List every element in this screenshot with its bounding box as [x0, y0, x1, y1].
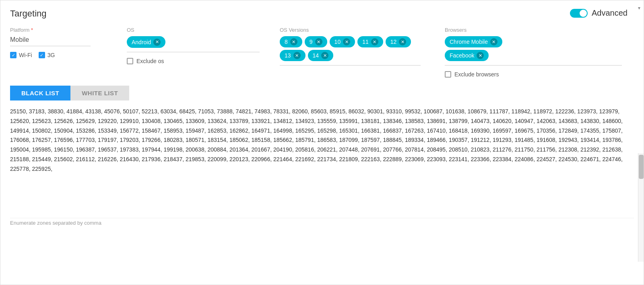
os-tag-android: Android ✕	[127, 36, 165, 48]
os-version-tag-12-close[interactable]: ✕	[399, 38, 406, 45]
os-version-tag-12: 12 ✕	[386, 36, 411, 47]
zones-text[interactable]: 25150, 37183, 38830, 41884, 43138, 45076…	[10, 107, 634, 215]
os-version-tag-11: 11 ✕	[357, 36, 383, 47]
exclude-os-checkbox[interactable]	[127, 58, 133, 64]
targeting-row: Platform * Mobile ✓ Wi-Fi ✓ 3G OS Androi	[10, 27, 634, 78]
os-version-tag-11-text: 11	[362, 39, 369, 45]
os-version-tag-9-text: 9	[310, 39, 313, 45]
advanced-toggle-area: Advanced	[570, 8, 627, 18]
zones-note: Enumerate zones separated by comma	[10, 218, 634, 226]
browsers-section: Browsers Chrome Mobile ✕ Facebook ✕	[433, 27, 634, 78]
white-list-tab[interactable]: WHITE LIST	[70, 86, 129, 100]
exclude-browsers-row: Exclude browsers	[445, 71, 622, 78]
page-container: ▾ Targeting Advanced Platform * Mobile ✓…	[0, 0, 644, 285]
browser-tag-chrome-mobile: Chrome Mobile ✕	[445, 36, 502, 47]
list-tabs: BLACK LIST WHITE LIST	[10, 86, 634, 100]
platform-section: Platform * Mobile ✓ Wi-Fi ✓ 3G	[10, 27, 119, 58]
os-version-tag-14-text: 14	[313, 52, 319, 59]
browsers-label: Browsers	[445, 27, 622, 33]
os-section: OS Android ✕ Exclude os	[119, 27, 272, 64]
os-tags-container: Android ✕	[127, 36, 260, 52]
os-version-tag-9: 9 ✕	[305, 36, 327, 47]
platform-label: Platform *	[10, 27, 107, 33]
os-version-tag-9-close[interactable]: ✕	[315, 38, 322, 45]
os-version-tag-10-close[interactable]: ✕	[343, 38, 350, 45]
wifi-checkbox[interactable]: ✓	[10, 52, 17, 58]
os-tag-android-text: Android	[132, 39, 151, 45]
connection-type-row: ✓ Wi-Fi ✓ 3G	[10, 52, 107, 58]
os-version-tag-13-text: 13	[285, 52, 291, 59]
os-version-tag-13: 13 ✕	[280, 50, 305, 61]
3g-label: 3G	[47, 52, 55, 58]
platform-value[interactable]: Mobile	[10, 36, 91, 46]
os-version-tag-11-close[interactable]: ✕	[371, 38, 378, 45]
black-list-tab[interactable]: BLACK LIST	[10, 86, 70, 100]
os-version-tag-12-text: 12	[390, 39, 397, 45]
os-version-tag-8-close[interactable]: ✕	[290, 38, 297, 45]
advanced-toggle[interactable]	[570, 9, 588, 18]
os-versions-tags-container: 8 ✕ 9 ✕ 10 ✕ 11 ✕ 12 ✕	[280, 36, 421, 66]
scrollbar-thumb[interactable]	[639, 155, 644, 179]
browsers-row-1: Chrome Mobile ✕	[445, 36, 622, 47]
required-marker: *	[31, 27, 33, 33]
os-tag-android-close[interactable]: ✕	[153, 39, 161, 46]
os-version-tag-10-text: 10	[334, 39, 341, 45]
3g-checkbox-item[interactable]: ✓ 3G	[39, 52, 55, 58]
browsers-tags-container: Chrome Mobile ✕ Facebook ✕	[445, 36, 622, 66]
browsers-row-2: Facebook ✕	[445, 50, 622, 61]
os-version-tag-8-text: 8	[285, 39, 288, 45]
os-version-tag-14: 14 ✕	[308, 50, 334, 61]
exclude-browsers-label: Exclude browsers	[454, 71, 499, 78]
browser-tag-facebook: Facebook ✕	[445, 50, 489, 61]
os-label: OS	[127, 27, 260, 33]
browser-tag-facebook-close[interactable]: ✕	[477, 52, 484, 59]
wifi-checkbox-item[interactable]: ✓ Wi-Fi	[10, 52, 32, 58]
os-version-tag-8: 8 ✕	[280, 36, 302, 47]
page-title: Targeting	[10, 8, 634, 19]
os-versions-section: OS Versions 8 ✕ 9 ✕ 10 ✕ 11 ✕	[272, 27, 433, 70]
advanced-label: Advanced	[592, 8, 627, 18]
exclude-browsers-checkbox[interactable]	[445, 71, 451, 78]
browser-tag-facebook-text: Facebook	[450, 52, 474, 59]
exclude-os-label: Exclude os	[136, 58, 164, 64]
scrollbar[interactable]	[638, 153, 644, 262]
os-version-tag-14-close[interactable]: ✕	[321, 52, 328, 59]
dropdown-arrow-icon[interactable]: ▾	[638, 5, 640, 11]
os-versions-label: OS Versions	[280, 27, 421, 33]
browser-tag-chrome-mobile-text: Chrome Mobile	[450, 39, 488, 45]
os-version-tag-13-close[interactable]: ✕	[293, 52, 301, 59]
os-version-tag-10: 10 ✕	[330, 36, 355, 47]
browser-tag-chrome-mobile-close[interactable]: ✕	[490, 38, 497, 45]
exclude-os-row: Exclude os	[127, 58, 260, 64]
wifi-label: Wi-Fi	[19, 52, 32, 58]
3g-checkbox[interactable]: ✓	[39, 52, 45, 58]
